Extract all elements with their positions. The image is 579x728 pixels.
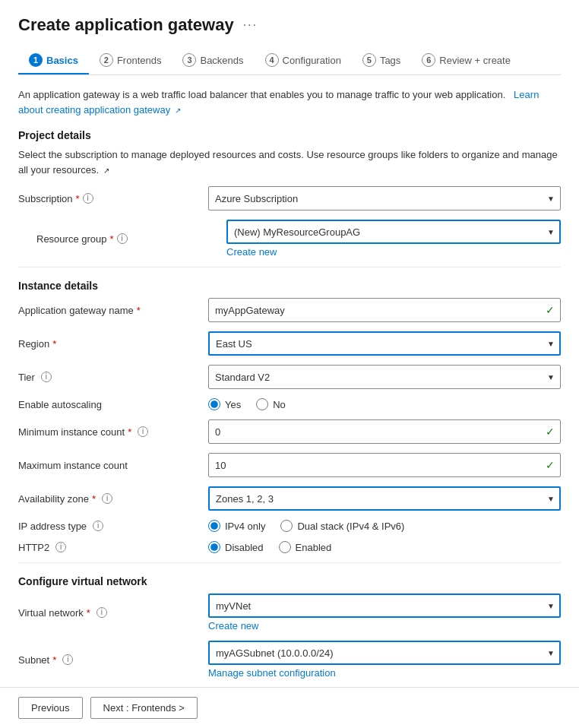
tab-tags-num: 5 <box>362 53 376 67</box>
min-count-control: ✓ <box>208 419 561 444</box>
tab-configuration[interactable]: 4 Configuration <box>255 47 352 74</box>
region-dropdown[interactable]: East US <box>208 331 561 356</box>
resource-group-label: Resource group * i <box>36 233 226 245</box>
vnet-info-icon[interactable]: i <box>96 607 107 618</box>
ip-type-info-icon[interactable]: i <box>93 521 103 531</box>
info-banner-text: An application gateway is a web traffic … <box>18 89 505 100</box>
http2-row: HTTP2 i Disabled Enabled <box>18 541 561 553</box>
autoscaling-yes-option[interactable]: Yes <box>208 398 241 410</box>
subscription-required: * <box>76 193 80 204</box>
subscription-dropdown[interactable]: Azure Subscription <box>208 186 561 210</box>
http2-info-icon[interactable]: i <box>55 542 66 552</box>
max-count-control: ✓ <box>208 453 561 477</box>
footer: Previous Next : Frontends > <box>0 687 579 728</box>
tab-tags-label: Tags <box>380 55 400 66</box>
ip-ipv4-option[interactable]: IPv4 only <box>208 520 265 532</box>
external-link-icon: ↗ <box>175 105 181 116</box>
autoscaling-row: Enable autoscaling Yes No <box>18 398 561 410</box>
vnet-control: myVNet ▼ Create new <box>208 593 561 631</box>
subscription-info-icon[interactable]: i <box>83 193 93 204</box>
avail-zone-info-icon[interactable]: i <box>102 493 112 504</box>
vnet-row: Virtual network * i myVNet ▼ Create new <box>18 593 561 631</box>
tab-basics-label: Basics <box>46 55 78 66</box>
subnet-dropdown[interactable]: myAGSubnet (10.0.0.0/24) <box>208 641 561 665</box>
autoscaling-yes-radio[interactable] <box>208 398 220 410</box>
vnet-dropdown-wrapper: myVNet ▼ <box>208 593 561 618</box>
tab-configuration-label: Configuration <box>283 55 341 66</box>
http2-radio-group: Disabled Enabled <box>208 541 561 553</box>
page-title: Create application gateway <box>18 15 234 35</box>
ip-dual-option[interactable]: Dual stack (IPv4 & IPv6) <box>280 520 404 532</box>
ip-type-label: IP address type i <box>18 521 208 532</box>
tab-basics-num: 1 <box>29 53 43 67</box>
tier-dropdown-wrapper: Standard V2 ▼ <box>208 365 561 389</box>
min-count-input[interactable] <box>208 419 561 444</box>
http2-enabled-option[interactable]: Enabled <box>279 541 332 553</box>
tab-frontends-num: 2 <box>100 53 113 67</box>
tab-review-create[interactable]: 6 Review + create <box>411 47 521 74</box>
project-details-desc: Select the subscription to manage deploy… <box>18 147 561 177</box>
tier-info-icon[interactable]: i <box>41 372 52 382</box>
avail-zone-dropdown-wrapper: Zones 1, 2, 3 ▼ <box>208 486 561 511</box>
page-title-ellipsis: ··· <box>243 18 258 32</box>
ip-type-radio-group: IPv4 only Dual stack (IPv4 & IPv6) <box>208 520 561 532</box>
resource-group-required: * <box>110 233 114 245</box>
tab-frontends[interactable]: 2 Frontends <box>89 47 172 74</box>
region-control: East US ▼ <box>208 331 561 356</box>
resource-group-info-icon[interactable]: i <box>117 233 128 244</box>
region-row: Region * East US ▼ <box>18 331 561 356</box>
http2-disabled-radio[interactable] <box>208 541 220 553</box>
autoscaling-no-option[interactable]: No <box>256 398 286 410</box>
avail-zone-dropdown[interactable]: Zones 1, 2, 3 <box>208 486 561 511</box>
http2-disabled-option[interactable]: Disabled <box>208 541 264 553</box>
ip-dual-radio[interactable] <box>280 520 293 532</box>
subscription-row: Subscription * i Azure Subscription ▼ <box>18 186 561 210</box>
ip-ipv4-radio[interactable] <box>208 520 220 532</box>
tab-review-num: 6 <box>422 53 435 67</box>
subscription-control: Azure Subscription ▼ <box>208 186 561 210</box>
min-count-check-icon: ✓ <box>546 426 555 438</box>
max-count-row: Maximum instance count ✓ <box>18 453 561 477</box>
section-divider-1 <box>18 267 561 267</box>
resource-group-create-new-link[interactable]: Create new <box>226 246 561 258</box>
tab-configuration-num: 4 <box>265 53 279 67</box>
tab-review-label: Review + create <box>439 55 511 66</box>
gateway-name-check-icon: ✓ <box>546 304 555 316</box>
subnet-info-icon[interactable]: i <box>62 654 73 665</box>
min-count-info-icon[interactable]: i <box>138 426 148 437</box>
tier-label: Tier i <box>18 372 208 383</box>
tab-backends-label: Backends <box>200 55 243 66</box>
max-count-input-wrapper: ✓ <box>208 453 561 477</box>
max-count-label: Maximum instance count <box>18 460 208 471</box>
page-title-container: Create application gateway ··· <box>18 15 561 35</box>
tab-backends[interactable]: 3 Backends <box>172 47 254 74</box>
autoscaling-label: Enable autoscaling <box>18 399 208 410</box>
vnet-dropdown[interactable]: myVNet <box>208 593 561 618</box>
resource-group-dropdown-wrapper: (New) MyResourceGroupAG ▼ <box>226 220 561 244</box>
resource-group-dropdown[interactable]: (New) MyResourceGroupAG <box>226 220 561 244</box>
ip-type-row: IP address type i IPv4 only Dual stack (… <box>18 520 561 532</box>
tab-basics[interactable]: 1 Basics <box>18 47 89 74</box>
subscription-dropdown-wrapper: Azure Subscription ▼ <box>208 186 561 210</box>
section-divider-2 <box>18 562 561 563</box>
subnet-row: Subnet * i myAGSubnet (10.0.0.0/24) ▼ Ma… <box>18 641 561 679</box>
gateway-name-input[interactable] <box>208 298 561 322</box>
avail-zone-row: Availability zone * i Zones 1, 2, 3 ▼ <box>18 486 561 511</box>
manage-subnet-link[interactable]: Manage subnet configuration <box>208 667 561 679</box>
min-count-row: Minimum instance count * i ✓ <box>18 419 561 444</box>
tab-tags[interactable]: 5 Tags <box>352 47 411 74</box>
min-count-label: Minimum instance count * i <box>18 426 208 438</box>
tabs-container: 1 Basics 2 Frontends 3 Backends 4 Config… <box>18 47 561 75</box>
avail-zone-label: Availability zone * i <box>18 493 208 505</box>
vnet-create-new-link[interactable]: Create new <box>208 620 561 631</box>
http2-enabled-radio[interactable] <box>279 541 291 553</box>
tier-dropdown[interactable]: Standard V2 <box>208 365 561 389</box>
previous-button[interactable]: Previous <box>18 697 83 719</box>
gateway-name-label: Application gateway name * <box>18 305 208 316</box>
tab-frontends-label: Frontends <box>117 55 162 66</box>
next-button[interactable]: Next : Frontends > <box>90 697 198 719</box>
autoscaling-no-radio[interactable] <box>256 398 268 410</box>
gateway-name-row: Application gateway name * ✓ <box>18 298 561 322</box>
subnet-control: myAGSubnet (10.0.0.0/24) ▼ Manage subnet… <box>208 641 561 679</box>
max-count-input[interactable] <box>208 453 561 477</box>
